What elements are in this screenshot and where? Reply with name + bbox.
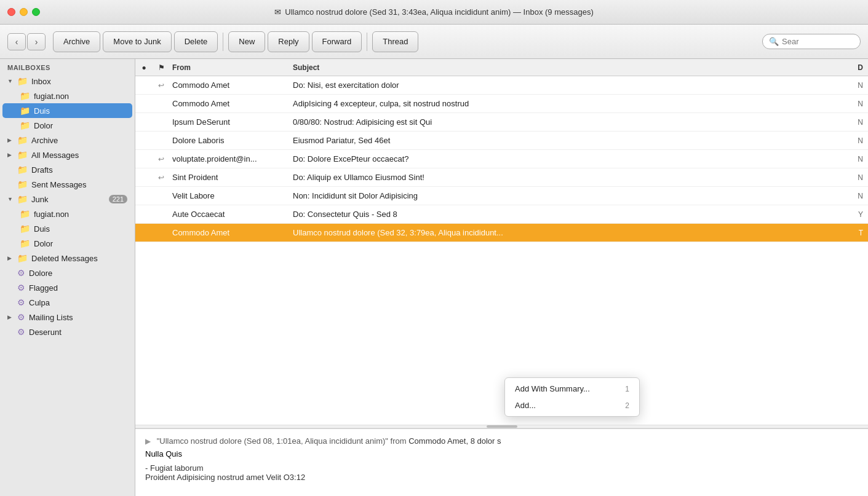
junk-chevron: ▼ [7, 196, 14, 202]
drafts-icon: 📁 [17, 165, 28, 175]
msg-subject-7: Non: Incididunt sit Dolor Adipisicing [293, 191, 819, 200]
preview-from-label: from [391, 436, 409, 446]
reply-arrow-1: ↩ [158, 81, 164, 90]
msg-from-2: Commodo Amet [170, 99, 293, 108]
junk-icon: 📁 [17, 194, 28, 204]
all-messages-chevron: ▶ [7, 152, 14, 158]
back-button[interactable]: ‹ [7, 33, 26, 50]
envelope-icon: ✉ [274, 7, 281, 17]
msg-subject-1: Do: Nisi, est exercitation dolor [293, 81, 819, 90]
traffic-lights [7, 8, 40, 16]
scroll-handle[interactable] [487, 425, 517, 428]
maximize-button[interactable] [32, 8, 40, 16]
sidebar-item-dolore[interactable]: ▶ ⚙ Dolore [2, 266, 132, 280]
new-button[interactable]: New [228, 31, 265, 52]
msg-from-7: Velit Labore [170, 191, 293, 200]
col-header-from[interactable]: From [170, 63, 293, 72]
msg-subject-4: Eiusmod Pariatur, Sed 46et [293, 136, 819, 145]
preview-pane: ▶ "Ullamco nostrud dolore (Sed 08, 1:01e… [135, 428, 868, 496]
minimize-button[interactable] [20, 8, 28, 16]
reply-button[interactable]: Reply [268, 31, 309, 52]
sidebar-item-duis-inbox[interactable]: 📁 Duis [2, 103, 132, 118]
msg-from-3: Ipsum DeSerunt [170, 117, 293, 127]
table-row[interactable]: Commodo Amet Ullamco nostrud dolore (Sed… [135, 224, 868, 242]
table-row[interactable]: Ipsum DeSerunt 0/80/80: Nostrud: Adipisi… [135, 113, 868, 132]
sidebar-item-flagged[interactable]: ▶ ⚙ Flagged [2, 280, 132, 295]
preview-body: - Fugiat laborum Proident Adipisicing no… [145, 463, 858, 482]
forward-button[interactable]: Forward [312, 31, 362, 52]
sidebar-item-dolor-junk[interactable]: 📁 Dolor [2, 236, 132, 251]
msg-subject-8: Do: Consectetur Quis - Sed 8 [293, 210, 819, 219]
flagged-gear-icon: ⚙ [17, 283, 25, 293]
search-box[interactable]: 🔍 [762, 34, 861, 49]
delete-button[interactable]: Delete [174, 31, 218, 52]
table-row[interactable]: ↩ voluptate.proident@in... Do: Dolore Ex… [135, 150, 868, 168]
sidebar-section-header: MAILBOXES [0, 59, 135, 74]
search-icon: 🔍 [769, 37, 779, 46]
duis-junk-icon: 📁 [20, 224, 30, 234]
sidebar-item-label-fugiat-non-inbox: fugiat.non [34, 92, 127, 101]
mailing-lists-gear-icon: ⚙ [17, 312, 25, 322]
sidebar-item-label-flagged: Flagged [29, 283, 127, 293]
close-button[interactable] [7, 8, 15, 16]
archive-chevron: ▶ [7, 137, 14, 143]
col-header-subject[interactable]: Subject [293, 63, 819, 72]
msg-date-4: N [819, 136, 868, 145]
duis-inbox-icon: 📁 [20, 106, 30, 116]
col-header-date[interactable]: D [819, 63, 868, 72]
sidebar-item-deserunt[interactable]: ▶ ⚙ Deserunt [2, 325, 132, 339]
archive-label: Archive [63, 37, 90, 46]
msg-flag-6: ↩ [153, 173, 170, 182]
sidebar-item-label-deserunt: Deserunt [29, 328, 127, 337]
table-row[interactable]: ↩ Commodo Amet Do: Nisi, est exercitatio… [135, 76, 868, 95]
sidebar-item-drafts[interactable]: ▶ 📁 Drafts [2, 162, 132, 177]
deleted-icon: 📁 [17, 253, 28, 263]
msg-flag-5: ↩ [153, 155, 170, 163]
sidebar-item-archive[interactable]: ▶ 📁 Archive [2, 133, 132, 148]
msg-subject-5: Do: Dolore ExcePteur occaecat? [293, 154, 819, 163]
sidebar-item-inbox[interactable]: ▼ 📁 Inbox [2, 74, 132, 89]
preview-body-line1: - Fugiat laborum [145, 463, 858, 473]
sidebar-item-label-duis-inbox: Duis [34, 106, 127, 116]
msg-date-1: N [819, 81, 868, 90]
context-menu-item-add[interactable]: Add... 2 [505, 397, 639, 414]
reply-arrow-5: ↩ [158, 155, 164, 163]
inbox-folder-icon: 📁 [17, 76, 28, 86]
msg-subject-6: Do: Aliquip ex Ullamco Eiusmod Sint! [293, 173, 819, 182]
sidebar-item-label-culpa: Culpa [29, 298, 127, 307]
msg-subject-3: 0/80/80: Nostrud: Adipisicing est sit Qu… [293, 117, 819, 127]
title-bar: ✉ Ullamco nostrud dolore (Sed 31, 3:43ea… [0, 0, 868, 25]
toolbar-divider-1 [223, 33, 223, 51]
sidebar-item-fugiat-non-inbox[interactable]: 📁 fugiat.non [2, 89, 132, 103]
sidebar-item-junk[interactable]: ▼ 📁 Junk 221 [2, 192, 132, 207]
sidebar-item-deleted-messages[interactable]: ▶ 📁 Deleted Messages [2, 251, 132, 266]
thread-button[interactable]: Thread [372, 31, 418, 52]
sidebar-item-sent-messages[interactable]: ▶ 📁 Sent Messages [2, 177, 132, 192]
junk-badge: 221 [109, 195, 127, 203]
dolor-inbox-icon: 📁 [20, 120, 30, 130]
sidebar-item-all-messages[interactable]: ▶ 📁 All Messages [2, 148, 132, 162]
sidebar-item-fugiat-non-junk[interactable]: 📁 fugiat.non [2, 207, 132, 221]
move-to-junk-button[interactable]: Move to Junk [103, 31, 171, 52]
msg-date-3: N [819, 118, 868, 127]
context-menu-item-add-with-summary[interactable]: Add With Summary... 1 [505, 380, 639, 397]
main-area: MAILBOXES ▼ 📁 Inbox 📁 fugiat.non 📁 Duis … [0, 59, 868, 496]
context-menu-label-add: Add... [515, 401, 536, 410]
sidebar-item-mailing-lists[interactable]: ▶ ⚙ Mailing Lists [2, 310, 132, 325]
search-input[interactable] [782, 37, 854, 46]
reply-arrow-6: ↩ [158, 173, 164, 182]
table-row[interactable]: Velit Labore Non: Incididunt sit Dolor A… [135, 187, 868, 205]
table-row[interactable]: Aute Occaecat Do: Consectetur Quis - Sed… [135, 205, 868, 224]
deserunt-gear-icon: ⚙ [17, 327, 25, 337]
fugiat-non-junk-icon: 📁 [20, 209, 30, 219]
table-row[interactable]: ↩ Sint Proident Do: Aliquip ex Ullamco E… [135, 168, 868, 187]
sidebar-item-culpa[interactable]: ▶ ⚙ Culpa [2, 295, 132, 310]
sidebar-item-duis-junk[interactable]: 📁 Duis [2, 221, 132, 236]
sidebar-item-dolor-inbox[interactable]: 📁 Dolor [2, 118, 132, 133]
archive-button[interactable]: Archive [53, 31, 100, 52]
table-row[interactable]: Dolore Laboris Eiusmod Pariatur, Sed 46e… [135, 132, 868, 150]
message-list-header: ● ⚑ From Subject D [135, 59, 868, 76]
forward-nav-button[interactable]: › [27, 33, 46, 50]
col-header-dot: ● [135, 63, 153, 72]
table-row[interactable]: Commodo Amet AdipIsicing 4 excepteur, cu… [135, 95, 868, 113]
